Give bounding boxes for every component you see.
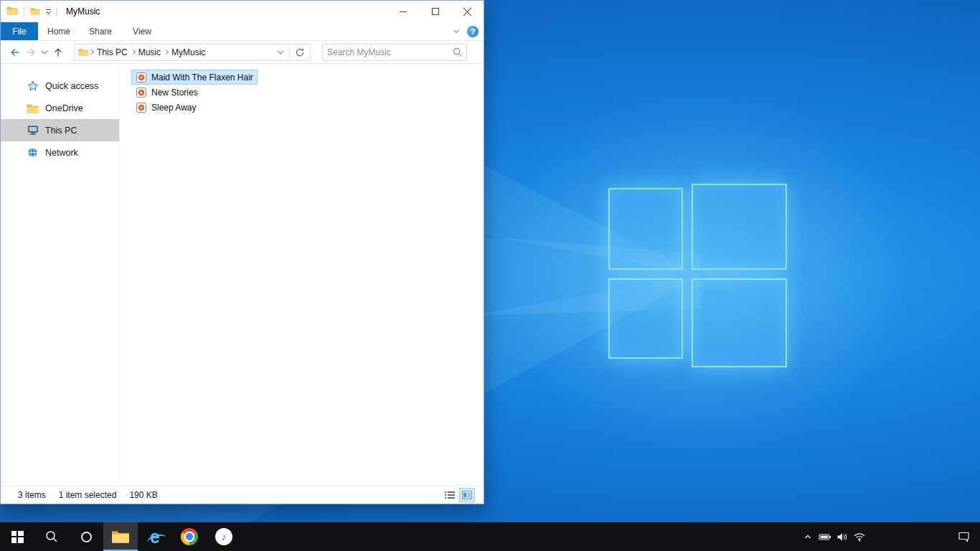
- back-button[interactable]: [9, 47, 21, 58]
- tab-view[interactable]: View: [121, 22, 163, 40]
- itunes-icon: ♪: [215, 528, 232, 545]
- navigation-bar: This PC Music MyMusic: [1, 41, 484, 64]
- minimize-icon: [400, 11, 407, 12]
- file-list[interactable]: Maid With The Flaxen Hair New Stories Sl…: [119, 64, 484, 485]
- toolbar-separator: [57, 6, 57, 17]
- window-folder-icon: [6, 5, 18, 18]
- start-button[interactable]: [0, 522, 34, 551]
- refresh-button[interactable]: [293, 47, 307, 57]
- search-icon[interactable]: [453, 47, 466, 57]
- maximize-icon: [432, 8, 439, 15]
- address-dropdown-chevron-icon[interactable]: [275, 50, 286, 55]
- breadcrumb-music[interactable]: Music: [135, 47, 164, 57]
- status-selection: 1 item selected: [59, 490, 117, 500]
- breadcrumb-this-pc[interactable]: This PC: [93, 47, 131, 57]
- tab-home[interactable]: Home: [38, 22, 80, 40]
- windows-logo-pane: [608, 188, 683, 270]
- tab-share[interactable]: Share: [80, 22, 121, 40]
- chrome-icon: [181, 528, 198, 545]
- file-item-sleep-away[interactable]: Sleep Away: [131, 100, 201, 115]
- window-controls: [387, 1, 484, 22]
- window-title: MyMusic: [66, 6, 100, 17]
- file-name: Maid With The Flaxen Hair: [151, 72, 253, 83]
- breadcrumb-mymusic[interactable]: MyMusic: [168, 47, 209, 57]
- customize-toolbar-chevron-icon[interactable]: [46, 9, 51, 14]
- taskbar-internet-explorer-button[interactable]: e: [138, 522, 172, 551]
- help-button[interactable]: ?: [467, 26, 479, 37]
- sidebar-item-onedrive[interactable]: OneDrive: [1, 97, 119, 119]
- status-item-count: 3 items: [18, 490, 46, 500]
- music-file-icon: [136, 102, 147, 113]
- windows-logo-pane: [608, 278, 683, 359]
- file-item-new-stories[interactable]: New Stories: [131, 85, 202, 100]
- tab-file[interactable]: File: [1, 22, 38, 40]
- file-explorer-icon: [111, 529, 130, 544]
- search-box[interactable]: [322, 44, 467, 61]
- address-bar[interactable]: This PC Music MyMusic: [74, 44, 311, 61]
- address-divider: [289, 47, 290, 58]
- sidebar-item-label: OneDrive: [45, 103, 83, 113]
- taskbar: e ♪: [0, 522, 980, 551]
- internet-explorer-icon: e: [150, 528, 160, 546]
- details-view-button[interactable]: [442, 488, 458, 502]
- sidebar-item-label: Quick access: [45, 81, 98, 91]
- toolbar-separator: [24, 6, 24, 17]
- music-note-icon: ♪: [222, 532, 227, 542]
- cortana-button[interactable]: [69, 522, 103, 551]
- ribbon-tab-row: File Home Share View ?: [1, 22, 484, 41]
- search-icon: [44, 529, 59, 544]
- title-bar[interactable]: MyMusic: [1, 1, 484, 22]
- quick-access-star-icon: [27, 80, 39, 92]
- sidebar-item-quick-access[interactable]: Quick access: [1, 75, 119, 97]
- close-icon: [463, 7, 472, 16]
- up-button[interactable]: [52, 47, 64, 58]
- music-file-icon: [136, 87, 147, 98]
- sidebar-item-label: This PC: [45, 126, 77, 136]
- music-file-icon: [136, 72, 147, 83]
- status-bar: 3 items 1 item selected 190 KB: [1, 485, 484, 504]
- minimize-button[interactable]: [387, 1, 419, 22]
- show-hidden-icons-button[interactable]: [799, 522, 816, 551]
- onedrive-folder-icon: [27, 103, 39, 113]
- search-input[interactable]: [323, 47, 453, 57]
- maximize-button[interactable]: [419, 1, 451, 22]
- forward-button[interactable]: [25, 47, 37, 58]
- expand-ribbon-chevron-icon[interactable]: [453, 27, 459, 33]
- cortana-icon: [81, 532, 92, 542]
- status-size: 190 KB: [129, 490, 157, 500]
- recent-locations-chevron-icon[interactable]: [41, 50, 48, 55]
- this-pc-monitor-icon: [27, 125, 39, 136]
- view-toggles: [442, 488, 484, 502]
- taskbar-chrome-button[interactable]: [172, 522, 207, 551]
- navigation-pane: Quick access OneDrive This PC: [1, 64, 119, 485]
- speaker-icon[interactable]: [834, 522, 851, 551]
- windows-logo-pane: [692, 278, 787, 367]
- sidebar-item-network[interactable]: Network: [1, 141, 119, 164]
- file-explorer-window: MyMusic File Home Share View ?: [0, 0, 484, 504]
- qat-pinned-folder-icon[interactable]: [30, 5, 40, 18]
- large-icons-view-button[interactable]: [459, 488, 475, 502]
- system-tray: [799, 522, 980, 551]
- taskbar-file-explorer-button[interactable]: [103, 522, 138, 551]
- sidebar-item-this-pc[interactable]: This PC: [1, 119, 119, 141]
- action-center-button[interactable]: [947, 522, 980, 551]
- sidebar-item-label: Network: [45, 148, 78, 158]
- file-item-maid-with-the-flaxen-hair[interactable]: Maid With The Flaxen Hair: [131, 70, 258, 85]
- quick-access-toolbar: [1, 5, 57, 18]
- taskbar-itunes-button[interactable]: ♪: [207, 522, 241, 551]
- network-globe-icon: [27, 147, 39, 158]
- desktop: MyMusic File Home Share View ?: [0, 0, 980, 551]
- windows-start-icon: [11, 531, 24, 543]
- battery-icon[interactable]: [816, 522, 834, 551]
- wifi-icon[interactable]: [851, 522, 868, 551]
- file-name: New Stories: [151, 88, 198, 98]
- taskbar-search-button[interactable]: [34, 522, 69, 551]
- close-button[interactable]: [451, 1, 484, 22]
- window-body: Quick access OneDrive This PC: [1, 64, 484, 485]
- file-name: Sleep Away: [151, 103, 197, 113]
- windows-logo-pane: [692, 184, 787, 270]
- address-folder-icon: [78, 48, 88, 56]
